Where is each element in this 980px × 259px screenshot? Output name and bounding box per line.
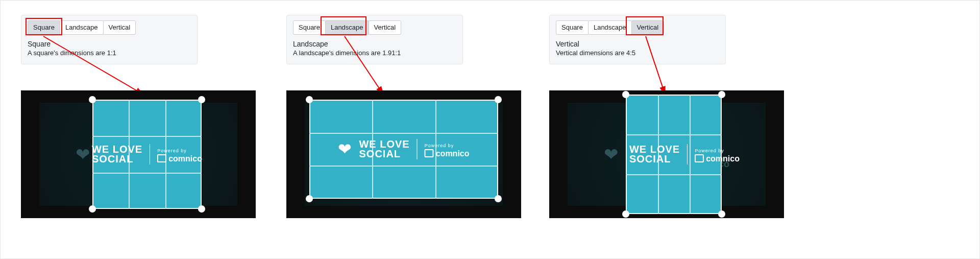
- tab-vertical[interactable]: Vertical: [103, 20, 136, 35]
- tab-landscape[interactable]: Landscape: [588, 20, 632, 35]
- tab-vertical[interactable]: Vertical: [369, 20, 402, 35]
- page-root: Square Landscape Vertical Square A squar…: [0, 0, 980, 259]
- crop-grid-line: [626, 174, 722, 175]
- info-title: Square: [28, 40, 191, 48]
- crop-preview-stage: ❤ WE LOVESOCIAL Powered bycomnico: [286, 90, 521, 218]
- crop-handle-bottom-right[interactable]: [495, 195, 502, 202]
- info-title: Vertical: [556, 40, 719, 48]
- crop-handle-bottom-right[interactable]: [718, 210, 725, 218]
- crop-info-card: Square Landscape Vertical Landscape A la…: [286, 15, 463, 64]
- tab-vertical[interactable]: Vertical: [631, 20, 665, 35]
- crop-handle-top-right[interactable]: [718, 91, 725, 98]
- tab-square[interactable]: Square: [293, 20, 326, 35]
- crop-handle-bottom-left[interactable]: [306, 195, 313, 202]
- tab-square[interactable]: Square: [556, 20, 589, 35]
- crop-example-square: Square Landscape Vertical Square A squar…: [21, 15, 256, 64]
- crop-grid-line: [626, 134, 722, 135]
- tab-square[interactable]: Square: [28, 20, 60, 35]
- crop-example-vertical: Square Landscape Vertical Vertical Verti…: [549, 15, 784, 64]
- crop-handle-bottom-left[interactable]: [622, 210, 629, 218]
- info-description: A landscape's dimensions are 1.91:1: [293, 49, 456, 57]
- crop-preview-stage: ❤ WE LOVESOCIAL Powered by□ comnico ❤ WE…: [21, 90, 256, 218]
- info-description: Vertical dimensions are 4:5: [556, 49, 719, 57]
- crop-grid-line: [92, 173, 202, 174]
- preview-image-content: WE LOVESOCIAL Powered bycomnico: [633, 144, 740, 164]
- preview-image-content: ❤ WE LOVESOCIAL Powered bycomnico: [338, 139, 469, 159]
- crop-handle-bottom-left[interactable]: [89, 205, 96, 213]
- aspect-ratio-tabbar: Square Landscape Vertical: [293, 20, 456, 35]
- crop-example-landscape: Square Landscape Vertical Landscape A la…: [286, 15, 521, 64]
- crop-handle-top-right[interactable]: [495, 96, 502, 103]
- preview-image-content: ❤ WE LOVESOCIAL Powered bycomnico: [71, 144, 202, 164]
- crop-frame[interactable]: WE LOVESOCIAL Powered bycomnico: [626, 95, 722, 214]
- crop-handle-top-left[interactable]: [622, 91, 629, 98]
- aspect-ratio-tabbar: Square Landscape Vertical: [556, 20, 719, 35]
- crop-grid-line: [309, 166, 498, 167]
- crop-handle-top-right[interactable]: [198, 96, 205, 103]
- crop-grid-line: [92, 136, 202, 137]
- info-title: Landscape: [293, 40, 456, 48]
- crop-info-card: Square Landscape Vertical Square A squar…: [21, 15, 198, 64]
- crop-handle-top-left[interactable]: [306, 96, 313, 103]
- crop-info-card: Square Landscape Vertical Vertical Verti…: [549, 15, 726, 64]
- crop-frame[interactable]: ❤ WE LOVESOCIAL Powered bycomnico: [309, 100, 498, 199]
- tab-landscape[interactable]: Landscape: [325, 20, 369, 35]
- aspect-ratio-tabbar: Square Landscape Vertical: [28, 20, 191, 35]
- crop-grid-line: [309, 133, 498, 134]
- crop-frame[interactable]: ❤ WE LOVESOCIAL Powered bycomnico: [92, 100, 202, 209]
- heart-icon: ❤: [604, 146, 618, 163]
- heart-icon: ❤: [338, 141, 352, 157]
- tab-landscape[interactable]: Landscape: [60, 20, 104, 35]
- crop-handle-top-left[interactable]: [89, 96, 96, 103]
- info-description: A square's dimensions are 1:1: [28, 49, 191, 57]
- crop-preview-stage: ❤ WE LOVESOCIAL Powered by□ comnico WE L…: [549, 90, 784, 218]
- crop-handle-bottom-right[interactable]: [198, 205, 205, 213]
